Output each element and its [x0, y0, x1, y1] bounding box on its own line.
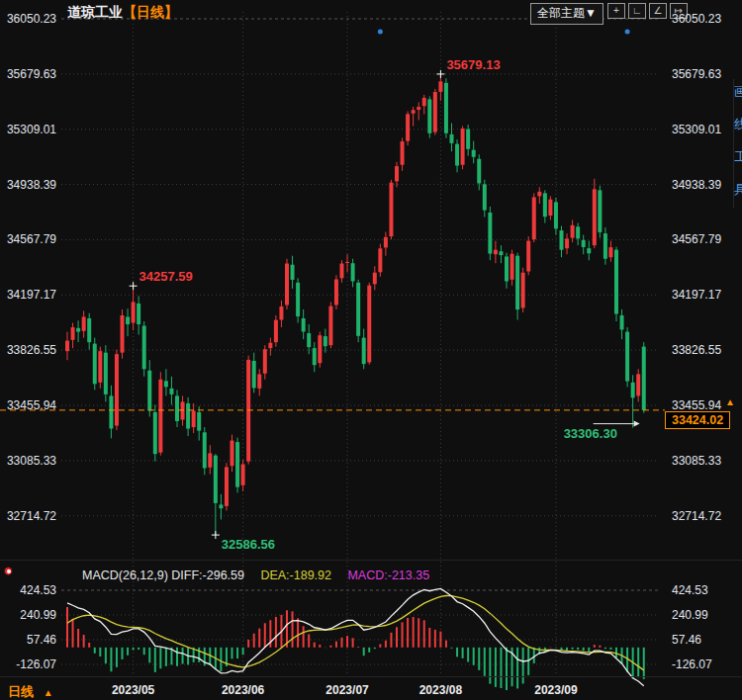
- y-axis-tick-right: 34567.79: [672, 232, 721, 246]
- macd-hist-value: MACD:-213.35: [347, 569, 429, 582]
- macd-axis-tick-right: 57.46: [672, 633, 701, 647]
- y-axis-tick-left: 35679.63: [0, 67, 56, 81]
- macd-name-diff: MACD(26,12,9) DIFF:-296.59: [82, 569, 244, 582]
- x-axis-date-label: 2023/08: [419, 683, 462, 697]
- macd-axis-tick-left: -126.07: [0, 657, 56, 671]
- y-axis-tick-left: 32714.72: [0, 509, 56, 523]
- macd-axis-tick-left: 424.53: [0, 583, 56, 597]
- y-axis-tick-left: 33085.33: [0, 454, 56, 468]
- indicator-settings-icon[interactable]: ✹: [3, 565, 13, 578]
- chart-canvas[interactable]: [0, 0, 742, 700]
- extreme-price-label: 34257.59: [139, 269, 193, 284]
- y-axis-tick-left: 36050.23: [0, 12, 56, 26]
- x-axis-date-label: 2023/06: [222, 683, 264, 697]
- macd-header: MACD(26,12,9) DIFF:-296.59 DEA:-189.92 M…: [82, 566, 441, 583]
- macd-axis-tick-left: 240.99: [0, 608, 56, 622]
- y-axis-tick-right: 36050.23: [672, 12, 721, 26]
- macd-axis-tick-right: 424.53: [672, 583, 708, 597]
- y-axis-tick-left: 35309.01: [0, 123, 56, 136]
- extreme-price-label: 35679.13: [446, 57, 500, 72]
- crosshair-icon[interactable]: +: [607, 3, 625, 19]
- y-axis-tick-left: 34567.79: [0, 232, 56, 246]
- symbol-name: 道琼工业: [67, 4, 123, 20]
- pane-divider: [0, 560, 742, 561]
- extreme-price-label: 32586.56: [222, 537, 275, 552]
- y-axis-tick-right: 34938.39: [672, 178, 721, 192]
- bottom-period-button[interactable]: 日线 ▲: [8, 683, 53, 700]
- period-tag: 【日线】: [123, 4, 178, 20]
- y-axis-tick-left: 33826.55: [0, 343, 56, 357]
- macd-axis-tick-left: 57.46: [0, 633, 56, 647]
- macd-axis-tick-right: -126.07: [672, 657, 712, 671]
- bottom-period-arrow: ▲: [44, 687, 53, 698]
- current-price-tag: 33424.02: [665, 411, 730, 429]
- edge-tab-char: 画: [734, 83, 742, 101]
- y-axis-tick-right: 32714.72: [672, 509, 721, 523]
- chart-title: 道琼工业【日线】: [67, 3, 178, 22]
- right-edge-vertical-tab[interactable]: 画线工具: [733, 79, 742, 208]
- y-axis-tick-left: 34197.17: [0, 288, 56, 302]
- y-axis-tick-right: 35309.01: [672, 123, 721, 136]
- x-axis-date-label: 2023/05: [112, 683, 154, 697]
- y-axis-tick-left: 33455.94: [0, 398, 56, 412]
- macd-dea-value: DEA:-189.92: [260, 569, 331, 582]
- bottom-bar-divider: [0, 676, 742, 677]
- bottom-period-label: 日线: [8, 684, 34, 699]
- y-axis-tick-right: 33826.55: [672, 343, 721, 357]
- edge-tab-char: 具: [734, 181, 742, 199]
- y-axis-tick-right: 33455.94: [672, 398, 721, 412]
- macd-axis-tick-right: 240.99: [672, 608, 708, 622]
- y-axis-tick-right: 34197.17: [672, 288, 721, 302]
- y-axis-tick-right: 35679.63: [672, 67, 721, 81]
- scroll-to-latest-marker[interactable]: ▲: [725, 396, 735, 407]
- y-axis-scale-icon[interactable]: ∟: [628, 3, 646, 19]
- x-axis-scale-icon[interactable]: ∠: [649, 3, 667, 19]
- x-axis-date-label: 2023/07: [325, 683, 368, 697]
- y-axis-tick-left: 34938.39: [0, 178, 56, 192]
- edge-tab-char: 线: [734, 116, 742, 133]
- edge-tab-char: 工: [734, 148, 742, 166]
- y-axis-tick-right: 33085.33: [672, 454, 721, 468]
- x-axis-date-label: 2023/09: [534, 683, 577, 697]
- low-pointer-label: 33306.30: [564, 426, 617, 441]
- all-themes-dropdown[interactable]: 全部主题▼: [530, 3, 603, 25]
